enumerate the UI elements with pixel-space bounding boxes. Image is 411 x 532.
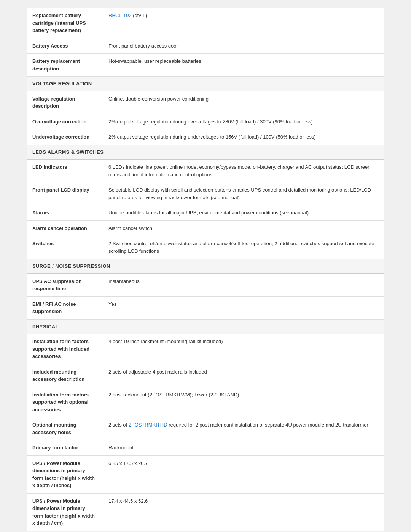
table-row: Overvoltage correction2% output voltage …: [27, 114, 384, 129]
row-label: Voltage regulation description: [27, 91, 103, 114]
row-value: RBC5-192 (qty 1): [103, 8, 384, 38]
row-value: Front panel battery access door: [103, 38, 384, 54]
row-value: 2% output voltage regulation during unde…: [103, 129, 384, 145]
table-row: Included mounting accessory description2…: [27, 364, 384, 387]
row-value: Rackmount: [103, 440, 384, 456]
row-value: 2 sets of 2POSTRMKITHD required for 2 po…: [103, 417, 384, 440]
section-header: PHYSICAL: [27, 319, 384, 334]
row-label: Alarms: [27, 205, 103, 221]
table-row: Primary form factorRackmount: [27, 440, 384, 456]
table-row: Replacement battery cartridge (internal …: [27, 8, 384, 38]
table-row: AlarmsUnique audible alarms for all majo…: [27, 205, 384, 221]
row-value: Online, double-conversion power conditio…: [103, 91, 384, 114]
table-row: Optional mounting accessory notes2 sets …: [27, 417, 384, 440]
spec-table: Replacement battery cartridge (internal …: [27, 8, 384, 531]
row-label: Replacement battery cartridge (internal …: [27, 8, 103, 38]
table-row: LED Indicators6 LEDs indicate line power…: [27, 160, 384, 182]
table-row: Undervoltage correction2% output voltage…: [27, 129, 384, 145]
section-header: VOLTAGE REGULATION: [27, 77, 384, 91]
section-header: LEDS ALARMS & SWITCHES: [27, 145, 384, 160]
value-link[interactable]: RBC5-192: [108, 13, 132, 18]
row-label: Primary form factor: [27, 440, 103, 456]
section-header: SURGE / NOISE SUPPRESSION: [27, 259, 384, 274]
table-row: Battery AccessFront panel battery access…: [27, 38, 384, 54]
row-value: Selectable LCD display with scroll and s…: [103, 182, 384, 205]
row-label: Installation form factors supported with…: [27, 334, 103, 364]
row-label: Battery Access: [27, 38, 103, 54]
row-value: 17.4 x 44.5 x 52.6: [103, 493, 384, 531]
row-label: Switches: [27, 236, 103, 259]
table-row: Front panel LCD displaySelectable LCD di…: [27, 182, 384, 205]
row-value: Unique audible alarms for all major UPS,…: [103, 205, 384, 221]
row-label: Optional mounting accessory notes: [27, 417, 103, 440]
table-row: Installation form factors supported with…: [27, 387, 384, 417]
row-label: LED Indicators: [27, 160, 103, 182]
row-value: 2 post rackmount (2POSTRMKITWM); Tower (…: [103, 387, 384, 417]
row-value: 2% output voltage regulation during over…: [103, 114, 384, 129]
row-value: Instantaneous: [103, 273, 384, 296]
table-row: EMI / RFI AC noise suppressionYes: [27, 296, 384, 319]
row-label: UPS / Power Module dimensions in primary…: [27, 455, 103, 493]
row-value: Alarm cancel switch: [103, 220, 384, 236]
row-label: Included mounting accessory description: [27, 364, 103, 387]
table-row: UPS / Power Module dimensions in primary…: [27, 455, 384, 493]
row-label: UPS AC suppression response time: [27, 273, 103, 296]
row-label: Alarm cancel operation: [27, 220, 103, 236]
row-label: Overvoltage correction: [27, 114, 103, 129]
row-label: Installation form factors supported with…: [27, 387, 103, 417]
row-label: EMI / RFI AC noise suppression: [27, 296, 103, 319]
row-value: 4 post 19 inch rackmount (mounting rail …: [103, 334, 384, 364]
table-row: Switches2 Switches control off/on power …: [27, 236, 384, 259]
row-label: Front panel LCD display: [27, 182, 103, 205]
row-value: 2 sets of adjustable 4 post rack rails i…: [103, 364, 384, 387]
row-value: Yes: [103, 296, 384, 319]
table-row: Voltage regulation descriptionOnline, do…: [27, 91, 384, 114]
table-row: Installation form factors supported with…: [27, 334, 384, 364]
value-link[interactable]: 2POSTRMKITHD: [129, 422, 167, 428]
table-row: UPS / Power Module dimensions in primary…: [27, 493, 384, 531]
row-label: Undervoltage correction: [27, 129, 103, 145]
table-row: Battery replacement descriptionHot-swapp…: [27, 54, 384, 77]
table-row: Alarm cancel operationAlarm cancel switc…: [27, 220, 384, 236]
row-label: UPS / Power Module dimensions in primary…: [27, 493, 103, 531]
row-value: 6 LEDs indicate line power, online mode,…: [103, 160, 384, 182]
row-value: 2 Switches control off/on power status a…: [103, 236, 384, 259]
table-row: UPS AC suppression response timeInstanta…: [27, 273, 384, 296]
row-label: Battery replacement description: [27, 54, 103, 77]
row-value: 6.85 x 17.5 x 20.7: [103, 455, 384, 493]
row-value: Hot-swappable, user replaceable batterie…: [103, 54, 384, 77]
